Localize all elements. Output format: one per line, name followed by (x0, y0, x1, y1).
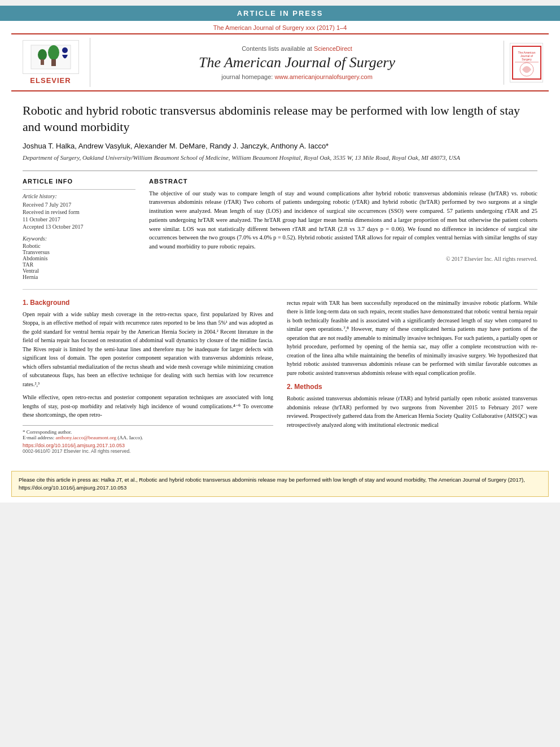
affiliation-text: Department of Surgery, Oakland Universit… (23, 154, 537, 162)
elsevier-brand-text: ELSEVIER (30, 76, 71, 85)
main-content: Robotic and hybrid robotic transversus a… (0, 91, 560, 465)
homepage-label: journal homepage: (221, 73, 274, 80)
citation-text: Please cite this article in press as: Ha… (19, 477, 525, 491)
body-col-left: 1. Background Open repair with a wide su… (23, 299, 273, 454)
section2-title: 2. Methods (287, 383, 537, 391)
issn-line: 0002-9610/© 2017 Elsevier Inc. All right… (23, 448, 273, 454)
journal-right-logo-svg: The American Journal of Surgery (512, 46, 541, 80)
elsevier-logo-section: ELSEVIER (11, 38, 90, 87)
svg-point-3 (48, 45, 59, 60)
email-link[interactable]: anthony.iacco@beaumont.org (55, 435, 116, 440)
body-right-para1: rectus repair with TAR has been successf… (287, 299, 537, 378)
body-para2: While effective, open retro-rectus and p… (23, 393, 273, 420)
accepted-date: Accepted 13 October 2017 (23, 224, 135, 230)
journal-header-box: ELSEVIER Contents lists available at Sci… (11, 33, 549, 91)
citation-bar: Please cite this article in press as: Ha… (11, 471, 549, 497)
journal-meta-text: The American Journal of Surgery xxx (201… (213, 24, 347, 31)
svg-rect-4 (51, 59, 56, 66)
journal-meta-line: The American Journal of Surgery xxx (201… (0, 21, 560, 33)
homepage-link[interactable]: www.americanjournalofsurgery.com (274, 73, 372, 80)
keyword-robotic: Robotic (23, 243, 135, 249)
doi-line[interactable]: https://doi.org/10.1016/j.amjsurg.2017.1… (23, 443, 273, 448)
footnote-area: * Corresponding author. E-mail address: … (23, 425, 273, 440)
sciencedirect-link[interactable]: ScienceDirect (314, 45, 352, 52)
keywords-label: Keywords: (23, 235, 135, 242)
keyword-hernia: Hernia (23, 274, 135, 280)
svg-point-5 (62, 47, 68, 53)
authors-text: Joshua T. Halka, Andrew Vasyluk, Alexand… (23, 142, 329, 150)
journal-logo-right: The American Journal of Surgery (504, 41, 549, 85)
keyword-tar: TAR (23, 261, 135, 268)
header-divider (23, 171, 537, 171)
abstract-col: ABSTRACT The objective of our study was … (149, 178, 537, 280)
revised-date: 11 October 2017 (23, 216, 135, 222)
body-divider (23, 289, 537, 290)
article-in-press-banner: ARTICLE IN PRESS (0, 6, 560, 21)
journal-title: The American Journal of Surgery (102, 54, 492, 71)
corresponding-author-note: * Corresponding author. (23, 429, 273, 435)
authors-line: Joshua T. Halka, Andrew Vasyluk, Alexand… (23, 142, 537, 150)
body-col-right: rectus repair with TAR has been successf… (287, 299, 537, 454)
section1-title: 1. Background (23, 299, 273, 307)
keywords-section: Keywords: Robotic Transversus Abdominis … (23, 235, 135, 280)
abstract-text: The objective of our study was to compar… (149, 189, 537, 251)
journal-center: Contents lists available at ScienceDirec… (90, 43, 504, 82)
email-label: E-mail address: (23, 435, 55, 440)
body-para1: Open repair with a wide sublay mesh cove… (23, 310, 273, 389)
copyright-text: © 2017 Elsevier Inc. All rights reserved… (149, 256, 537, 262)
page: ARTICLE IN PRESS The American Journal of… (0, 6, 560, 503)
received-date: Received 7 July 2017 (23, 202, 135, 208)
email-suffix: (AA. Iacco). (117, 435, 143, 440)
info-abstract-section: ARTICLE INFO Article history: Received 7… (23, 178, 537, 280)
body-section: 1. Background Open repair with a wide su… (23, 299, 537, 454)
sciencedirect-line: Contents lists available at ScienceDirec… (102, 45, 492, 52)
elsevier-logo-image (23, 40, 79, 74)
svg-point-1 (38, 49, 47, 60)
received-revised-label: Received in revised form (23, 209, 135, 215)
info-top-divider (23, 189, 135, 190)
abstract-header: ABSTRACT (149, 178, 537, 185)
keyword-ventral: Ventral (23, 268, 135, 274)
article-info-header: ARTICLE INFO (23, 178, 135, 185)
banner-text: ARTICLE IN PRESS (237, 9, 323, 18)
history-label: Article history: (23, 193, 135, 199)
article-info-col: ARTICLE INFO Article history: Received 7… (23, 178, 135, 280)
journal-logo-box: The American Journal of Surgery (510, 43, 543, 82)
svg-rect-2 (41, 59, 44, 65)
keyword-abdominis: Abdominis (23, 255, 135, 261)
body-section2-para1: Robotic assisted transversus abdominis r… (287, 394, 537, 429)
article-title: Robotic and hybrid robotic transversus a… (23, 103, 537, 135)
elsevier-logo-svg (28, 42, 73, 72)
sciencedirect-label: Contents lists available at (242, 45, 314, 52)
homepage-line: journal homepage: www.americanjournalofs… (102, 73, 492, 80)
keyword-transversus: Transversus (23, 249, 135, 255)
svg-text:Surgery: Surgery (522, 58, 532, 61)
email-line: E-mail address: anthony.iacco@beaumont.o… (23, 435, 273, 440)
